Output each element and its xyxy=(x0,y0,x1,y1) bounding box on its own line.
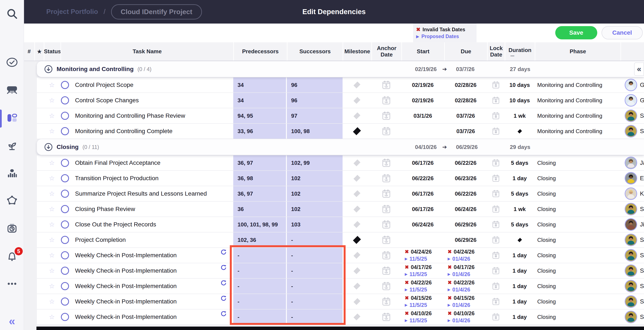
task-row[interactable]: ☆ Weekly Check-in Post-Implementation - … xyxy=(37,263,644,279)
status-cell[interactable] xyxy=(56,155,73,170)
status-cell[interactable] xyxy=(56,294,73,309)
successors-cell[interactable]: 102, 99 xyxy=(287,155,342,170)
successors-cell[interactable]: - xyxy=(287,310,342,325)
due-date-cell[interactable]: 02/28/26 ✖ ▶ xyxy=(444,93,487,108)
assignee-cell[interactable]: S xyxy=(620,279,644,294)
favorite-cell[interactable]: ☆ xyxy=(47,202,56,217)
start-date-cell[interactable]: 06/22/26 ✖ ▶ xyxy=(401,171,444,186)
status-cell[interactable] xyxy=(56,93,73,108)
start-date-cell[interactable]: 02/19/26 ✖ ▶ xyxy=(401,93,444,108)
start-date-cell[interactable]: 02/19/26 ✖ ▶ xyxy=(401,77,444,92)
start-date-cell[interactable]: 06/17/26 ✖ ▶ xyxy=(401,155,444,170)
milestone-cell[interactable] xyxy=(342,217,371,232)
lock-date-cell[interactable] xyxy=(487,279,505,294)
duration-more-dots[interactable]: ... xyxy=(510,53,514,56)
start-date-cell[interactable]: 06/17/26 ✖ ▶ xyxy=(401,202,444,217)
start-date-cell[interactable]: ✖ ▶ xyxy=(401,232,444,247)
milestone-cell[interactable] xyxy=(342,77,371,92)
assignee-cell[interactable]: S xyxy=(620,248,644,263)
due-date-cell[interactable]: 03/7/26 ✖ ▶ xyxy=(444,124,487,139)
start-date-cell[interactable]: ✖04/17/26 ▶11/5/25 xyxy=(401,263,444,278)
sidebar-item-workload[interactable] xyxy=(6,167,18,180)
assignee-cell[interactable]: Ji xyxy=(620,217,644,232)
due-date-proposed[interactable]: 01/4/26 xyxy=(452,271,470,277)
lock-date-cell[interactable] xyxy=(487,217,505,232)
successors-cell[interactable]: - xyxy=(287,232,342,247)
predecessors-cell[interactable]: 36, 97 xyxy=(233,186,287,201)
due-date-cell[interactable]: 06/23/26 ✖ ▶ xyxy=(444,171,487,186)
task-name-cell[interactable]: Control Scope Changes xyxy=(73,93,233,108)
duration-cell[interactable]: 10 days xyxy=(505,77,535,92)
status-cell[interactable] xyxy=(56,186,73,201)
predecessors-cell[interactable]: - xyxy=(233,248,287,263)
successors-cell[interactable]: 102 xyxy=(287,171,342,186)
favorite-cell[interactable]: ☆ xyxy=(47,155,56,170)
milestone-cell[interactable] xyxy=(342,279,371,294)
anchor-date-cell[interactable] xyxy=(371,77,401,92)
anchor-date-cell[interactable] xyxy=(371,263,401,278)
task-name-cell[interactable]: Close Out the Project Records xyxy=(73,217,233,232)
horizontal-scrollbar[interactable] xyxy=(36,327,644,330)
milestone-cell[interactable] xyxy=(342,232,371,247)
duration-cell[interactable]: 1 day xyxy=(505,263,535,278)
lock-date-cell[interactable] xyxy=(487,202,505,217)
due-date-cell[interactable]: 03/7/26 ✖ ▶ xyxy=(444,108,487,123)
lock-date-cell[interactable] xyxy=(487,294,505,309)
successors-cell[interactable]: 97 xyxy=(287,108,342,123)
anchor-date-cell[interactable] xyxy=(371,232,401,247)
status-cell[interactable] xyxy=(56,202,73,217)
predecessors-cell[interactable]: 36 xyxy=(233,202,287,217)
lock-date-cell[interactable] xyxy=(487,124,505,139)
sidebar-item-time-tracking[interactable] xyxy=(6,222,18,235)
successors-cell[interactable]: 100, 98 xyxy=(287,124,342,139)
successors-cell[interactable]: - xyxy=(287,263,342,278)
predecessors-cell[interactable]: 36, 97 xyxy=(233,155,287,170)
due-date-proposed[interactable]: 01/4/26 xyxy=(452,287,470,293)
start-date-proposed[interactable]: 11/5/25 xyxy=(410,256,427,262)
breadcrumb-project-portfolio[interactable]: Project Portfolio xyxy=(46,8,98,16)
successors-cell[interactable]: 102 xyxy=(287,186,342,201)
assignee-cell[interactable]: S xyxy=(620,108,644,123)
duration-cell[interactable]: 5 days xyxy=(505,186,535,201)
sidebar-item-network[interactable] xyxy=(6,194,18,207)
duration-cell[interactable]: 10 days xyxy=(505,93,535,108)
status-cell[interactable] xyxy=(56,108,73,123)
milestone-cell[interactable] xyxy=(342,155,371,170)
due-date-cell[interactable]: 02/28/26 ✖ ▶ xyxy=(444,77,487,92)
task-row[interactable]: ☆ Weekly Check-in Post-Implementation - … xyxy=(37,310,644,325)
favorite-cell[interactable]: ☆ xyxy=(47,310,56,325)
anchor-date-cell[interactable] xyxy=(371,124,401,139)
start-date-cell[interactable]: ✖04/24/26 ▶11/5/25 xyxy=(401,248,444,263)
task-row[interactable]: ☆ Weekly Check-in Post-Implementation - … xyxy=(37,279,644,294)
duration-cell[interactable]: 1 day xyxy=(505,310,535,325)
predecessors-cell[interactable]: - xyxy=(233,294,287,309)
duration-cell[interactable]: 5 days xyxy=(505,155,535,170)
task-name-cell[interactable]: Summarize Project Results and Lessons Le… xyxy=(73,186,233,201)
task-name-cell[interactable]: Weekly Check-in Post-Implementation xyxy=(73,310,233,325)
anchor-date-cell[interactable] xyxy=(371,248,401,263)
anchor-date-cell[interactable] xyxy=(371,186,401,201)
favorite-cell[interactable]: ☆ xyxy=(47,248,56,263)
anchor-date-cell[interactable] xyxy=(371,93,401,108)
task-row[interactable]: ☆ Control Scope Changes 34 96 02/19/26 xyxy=(37,93,644,108)
duration-cell[interactable]: 1 wk xyxy=(505,202,535,217)
task-row[interactable]: ☆ Transition Project to Production 36, 9… xyxy=(37,171,644,186)
anchor-date-cell[interactable] xyxy=(371,310,401,325)
milestone-cell[interactable] xyxy=(342,202,371,217)
assignee-cell[interactable]: S xyxy=(620,294,644,309)
successors-cell[interactable]: 96 xyxy=(287,93,342,108)
due-date-cell[interactable]: ✖04/10/26 ▶01/4/26 xyxy=(444,310,487,325)
lock-date-cell[interactable] xyxy=(487,108,505,123)
task-row[interactable]: ☆ Monitoring and Controlling Complete 33… xyxy=(37,124,644,139)
task-row[interactable]: ☆ Project Completion 102, 36 - ✖ xyxy=(37,232,644,248)
anchor-date-cell[interactable] xyxy=(371,171,401,186)
anchor-date-cell[interactable] xyxy=(371,217,401,232)
due-date-proposed[interactable]: 01/4/26 xyxy=(452,256,470,262)
duration-cell[interactable]: 1 wk xyxy=(505,108,535,123)
task-row[interactable]: ☆ Summarize Project Results and Lessons … xyxy=(37,186,644,202)
status-cell[interactable] xyxy=(56,263,73,278)
due-date-cell[interactable]: 06/22/26 ✖ ▶ xyxy=(444,186,487,201)
due-date-cell[interactable]: ✖04/22/26 ▶01/4/26 xyxy=(444,279,487,294)
lock-date-cell[interactable] xyxy=(487,263,505,278)
status-cell[interactable] xyxy=(56,232,73,247)
